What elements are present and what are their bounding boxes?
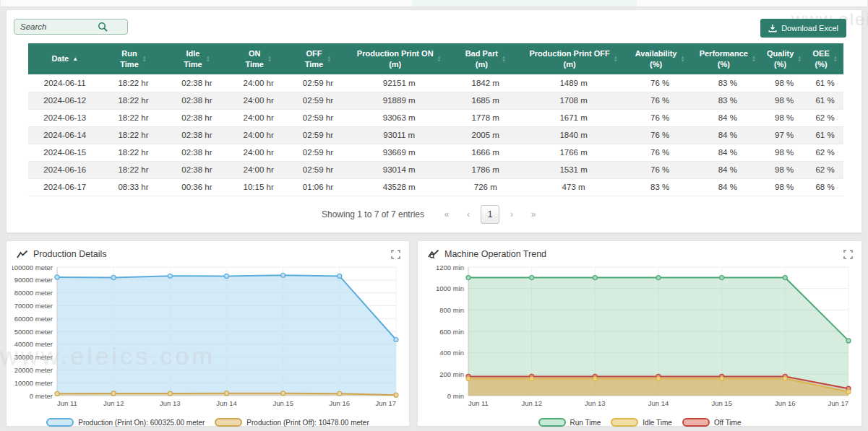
svg-text:80000 meter: 80000 meter [14,289,53,297]
column-header-date[interactable]: Date▲ [28,43,102,74]
table-row[interactable]: 2024-06-1518:22 hr02:38 hr24:00 hr02:59 … [28,144,843,161]
svg-text:600 min: 600 min [439,328,464,336]
svg-text:90000 meter: 90000 meter [14,276,53,284]
legend-label: Idle Time [643,419,672,427]
table-row[interactable]: 2024-06-1618:22 hr02:38 hr24:00 hr02:59 … [28,161,843,178]
trend-search-icon [428,249,439,259]
table-cell: 2024-06-12 [28,92,102,109]
column-header-performance[interactable]: Performance(%)▲▼ [693,43,762,74]
table-cell: 83 % [693,92,762,109]
chart-title: Production Details [33,249,391,259]
download-excel-button[interactable]: Download Excel [760,19,846,38]
legend-item[interactable]: Off Time [682,418,742,427]
table-cell: 02:38 hr [165,74,228,92]
table-cell: 02:59 hr [288,161,348,178]
page-last-button[interactable]: » [524,205,543,224]
sort-asc-icon: ▲ [72,56,78,62]
table-header-row: Date▲RunTime▲▼IdleTime▲▼ONTime▲▼OFFTime▲… [28,43,843,74]
column-header-quality[interactable]: Quality(%)▲▼ [762,43,807,74]
table-cell: 98 % [762,74,807,92]
svg-text:400 min: 400 min [439,349,464,357]
column-header-production-print-on[interactable]: Production Print ON(m)▲▼ [348,43,450,74]
page-prev-button[interactable]: ‹ [459,205,478,224]
svg-text:50000 meter: 50000 meter [14,328,53,336]
table-cell: 83 % [627,178,693,196]
search-input[interactable] [14,19,128,35]
table-cell: 98 % [762,144,807,161]
page-next-button[interactable]: › [502,205,521,224]
table-cell: 18:22 hr [102,74,166,92]
table-cell: 61 % [807,92,843,109]
column-header-off[interactable]: OFFTime▲▼ [288,43,348,74]
charts-row: Production Details 0 meter10000 meter200… [6,240,862,427]
table-row[interactable]: 2024-06-1318:22 hr02:38 hr24:00 hr02:59 … [28,109,843,126]
table-cell: 24:00 hr [228,92,288,109]
table-cell: 2024-06-17 [28,178,102,196]
table-cell: 00:36 hr [165,178,228,196]
legend-item[interactable]: Run Time [538,418,601,427]
page-first-button[interactable]: « [437,205,456,224]
table-cell: 76 % [627,74,693,92]
table-cell: 18:22 hr [102,144,166,161]
legend-label: Off Time [714,419,742,427]
table-cell: 62 % [807,109,843,126]
svg-text:60000 meter: 60000 meter [14,315,53,323]
table-cell: 18:22 hr [102,109,166,126]
table-row[interactable]: 2024-06-1118:22 hr02:38 hr24:00 hr02:59 … [28,74,843,92]
svg-text:40000 meter: 40000 meter [14,340,53,348]
top-strip [1,0,867,7]
legend-item[interactable]: Production (Print On): 600325.00 meter [46,418,205,427]
legend-swatch [682,418,710,427]
column-header-availability[interactable]: Availability(%)▲▼ [627,43,693,74]
entries-info: Showing 1 to 7 of 7 entries [322,209,424,219]
table-cell: 2024-06-15 [28,144,102,161]
table-cell: 76 % [627,126,693,144]
sort-icon: ▲▼ [833,56,838,63]
table-cell: 24:00 hr [228,126,288,144]
table-cell: 1708 m [520,92,627,109]
table-cell: 84 % [693,161,762,178]
chart-legend: Production (Print On): 600325.00 meterPr… [12,415,403,430]
table-body: 2024-06-1118:22 hr02:38 hr24:00 hr02:59 … [28,74,843,196]
column-header-on[interactable]: ONTime▲▼ [228,43,288,74]
table-cell: 76 % [627,161,693,178]
svg-text:Jun 15: Jun 15 [711,399,732,407]
column-header-bad-part[interactable]: Bad Part(m)▲▼ [450,43,520,74]
sort-icon: ▲▼ [437,56,442,63]
table-row[interactable]: 2024-06-1418:22 hr02:38 hr24:00 hr02:59 … [28,126,843,144]
column-header-idle[interactable]: IdleTime▲▼ [165,43,228,74]
fullscreen-icon[interactable] [843,250,853,259]
svg-text:Jun 14: Jun 14 [216,399,237,407]
column-header-oee[interactable]: OEE(%)▲▼ [807,43,843,74]
svg-text:Jun 17: Jun 17 [828,399,848,407]
table-cell: 726 m [450,178,520,196]
table-row[interactable]: 2024-06-1708:33 hr00:36 hr10:15 hr01:06 … [28,178,843,196]
table-row[interactable]: 2024-06-1218:22 hr02:38 hr24:00 hr02:59 … [28,92,843,109]
page-number-button[interactable]: 1 [481,205,499,224]
table-cell: 08:33 hr [102,178,166,196]
legend-label: Run Time [570,419,601,427]
svg-text:20000 meter: 20000 meter [14,366,53,374]
sort-icon: ▲▼ [142,56,147,63]
column-header-run[interactable]: RunTime▲▼ [102,43,166,74]
sort-icon: ▲▼ [502,56,506,63]
svg-text:70000 meter: 70000 meter [14,302,53,310]
table-cell: 10:15 hr [228,178,288,196]
legend-item[interactable]: Idle Time [611,418,672,427]
table-cell: 1766 m [520,144,627,161]
chart-header: Machine Operation Trend [424,245,856,261]
column-header-production-print-off[interactable]: Production Print OFF(m)▲▼ [520,43,627,74]
svg-text:30000 meter: 30000 meter [14,353,53,361]
table-cell: 02:59 hr [288,74,348,92]
fullscreen-icon[interactable] [391,250,400,259]
table-cell: 02:59 hr [288,144,348,161]
sort-icon: ▲▼ [206,56,210,63]
table-cell: 02:38 hr [165,92,228,109]
table-cell: 62 % [807,161,843,178]
table-cell: 1842 m [450,74,520,92]
table-cell: 92151 m [348,74,450,92]
production-details-chart-card: Production Details 0 meter10000 meter200… [6,240,410,427]
svg-text:10000 meter: 10000 meter [14,379,53,387]
legend-item[interactable]: Production (Print Off): 10478.00 meter [215,418,369,427]
table-cell: 1531 m [520,161,627,178]
